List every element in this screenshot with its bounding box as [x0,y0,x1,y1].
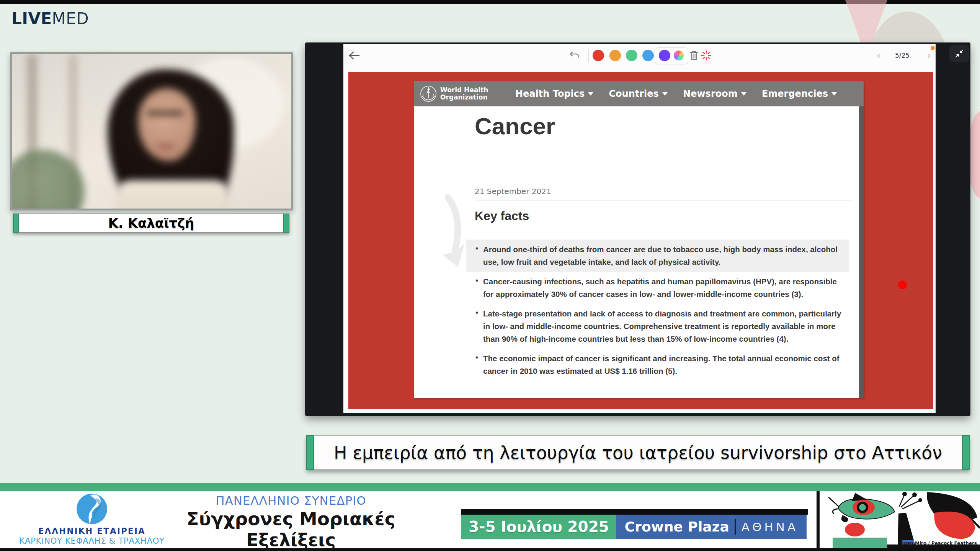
trash-icon [690,51,698,60]
speaker-blouse [115,180,230,210]
list-item: • The economic impact of cancer is signi… [466,349,849,381]
undo-button[interactable] [567,44,582,67]
nameplate-green-cap-left [13,214,19,233]
nav-newsroom[interactable]: Newsroom [683,88,746,99]
footer-bottom-strip [0,548,980,551]
titlebar-green-cap-right [962,435,970,470]
society-logo-circle [77,494,107,524]
lecture-title-bar: Η εμπειρία από τη λειτουργία του ιατρείο… [306,435,970,470]
slide-canvas: ‹ 5/25 › [343,44,936,413]
footer-divider [817,491,820,551]
chevron-down-icon [741,92,746,96]
pen-color-green[interactable] [624,44,639,67]
prev-icon: ‹ [877,50,880,61]
bullet-icon: • [475,275,483,300]
nameplate-green-cap-right [283,214,289,233]
slide-page: World Health Organization Health Topics … [348,72,933,409]
miro-artwork [820,491,980,548]
venue-separator [735,519,736,535]
brand-light: MED [52,9,89,28]
brand-bold: LIVE [11,9,52,28]
society-block: ΕΛΛΗΝΙΚΗ ΕΤΑΙΡΕΙΑ ΚΑΡΚΙΝΟΥ ΚΕΦΑΛΗΣ & ΤΡΑ… [19,491,165,548]
back-button[interactable] [346,44,362,67]
divider-line [475,201,852,201]
congress-title: Σύγχρονες Μοριακές Εξελίξεις [165,508,417,550]
who-emblem-icon [420,85,437,103]
color-wheel-icon [674,51,684,60]
livestream-stage: LIVEMED Κ. Καλαϊτζή [0,0,980,551]
toolbar-divider [588,49,589,62]
society-logo [74,493,110,527]
undo-icon [570,52,579,57]
annotation-toolbar: ‹ 5/25 › [343,44,936,67]
article-date: 21 September 2021 [475,187,551,196]
speaker-lips [157,144,174,149]
speaker-eyes [147,111,183,115]
miro-artwork-panel: Joan Miro / Peacock Feathers [820,491,980,548]
laser-starburst-icon [701,51,711,60]
who-logo-line2: Organization [440,94,488,101]
page-indicator: 5/25 [887,44,918,67]
pen-color-red[interactable] [591,44,606,67]
pen-color-blue[interactable] [640,44,656,67]
congress-block: ΠΑΝΕΛΛΗΝΙΟ ΣΥΝΕΔΡΙΟ Σύγχρονες Μοριακές Ε… [165,491,417,551]
livemed-logo: LIVEMED [11,9,89,28]
speaker-video [10,52,293,210]
fullscreen-toggle-button[interactable] [949,45,969,62]
venue-name: Crowne Plaza [625,519,729,535]
venue-box: Crowne Plaza ΑΘΗΝΑ [616,515,807,539]
nav-emergencies[interactable]: Emergencies [762,88,837,99]
blue-color-dot [642,50,654,61]
list-item: • Cancer-causing infections, such as hep… [466,272,849,304]
purple-color-dot [659,50,670,61]
prev-page-button[interactable]: ‹ [872,44,885,67]
who-logo-line1: World Health [440,86,488,94]
pen-color-orange[interactable] [608,44,623,67]
bullet-icon: • [475,352,483,377]
list-item: • Around one-third of deaths from cancer… [466,240,849,272]
nav-health-topics[interactable]: Health Topics [515,88,593,99]
chevron-down-icon [662,92,668,96]
congress-dates: 3-5 Ιουλίου 2025 [469,518,609,535]
page-scrollbar[interactable] [859,106,864,398]
laser-pointer-dot [898,280,907,289]
speaker-nameplate: Κ. Καλαϊτζή [13,214,289,233]
society-name-line1: ΕΛΛΗΝΙΚΗ ΕΤΑΙΡΕΙΑ [19,527,165,536]
date-black-bar [461,509,808,515]
slide-viewer-frame: ‹ 5/25 › [305,42,970,416]
key-facts-list: • Around one-third of deaths from cancer… [466,240,849,381]
bullet-icon: • [475,307,483,345]
titlebar-green-cap-left [306,435,314,470]
article-title: Cancer [475,112,555,140]
list-item: • Late-stage presentation and lack of ac… [466,304,849,349]
pen-color-purple[interactable] [657,44,672,67]
nav-countries[interactable]: Countries [609,88,668,99]
who-navbar: World Health Organization Health Topics … [414,81,864,106]
lecture-title: Η εμπειρία από τη λειτουργία του ιατρείο… [334,442,942,463]
venue-city: ΑΘΗΝΑ [742,520,798,534]
orange-color-dot [609,50,621,61]
congress-date-box: 3-5 Ιουλίου 2025 [461,515,616,539]
color-picker[interactable] [672,44,686,67]
next-icon: › [927,50,931,61]
congress-kicker: ΠΑΝΕΛΛΗΝΙΟ ΣΥΝΕΔΡΙΟ [165,494,417,507]
laser-pointer-button[interactable] [699,44,713,67]
collapse-arrows-icon [955,49,964,58]
bullet-icon: • [475,243,483,268]
artwork-caption: Joan Miro / Peacock Feathers [902,541,977,546]
speaker-name: Κ. Καλαϊτζή [108,215,194,231]
clear-annotations-button[interactable] [687,44,701,67]
top-letterbox-strip [0,0,980,4]
notification-dot [931,46,935,50]
footer-green-strip [0,483,980,491]
who-nav-menu: Health Topics Countries Newsroom Emergen… [515,88,837,99]
key-facts-heading: Key facts [475,209,529,223]
green-color-dot [626,50,637,61]
red-color-dot [593,50,604,61]
who-logo: World Health Organization [420,85,496,103]
chevron-down-icon [831,92,837,96]
chevron-down-icon [588,92,593,96]
who-webpage-screenshot: World Health Organization Health Topics … [414,81,864,398]
back-arrow-icon [350,52,359,59]
society-name-line2: ΚΑΡΚΙΝΟΥ ΚΕΦΑΛΗΣ & ΤΡΑΧΗΛΟΥ [19,536,165,546]
